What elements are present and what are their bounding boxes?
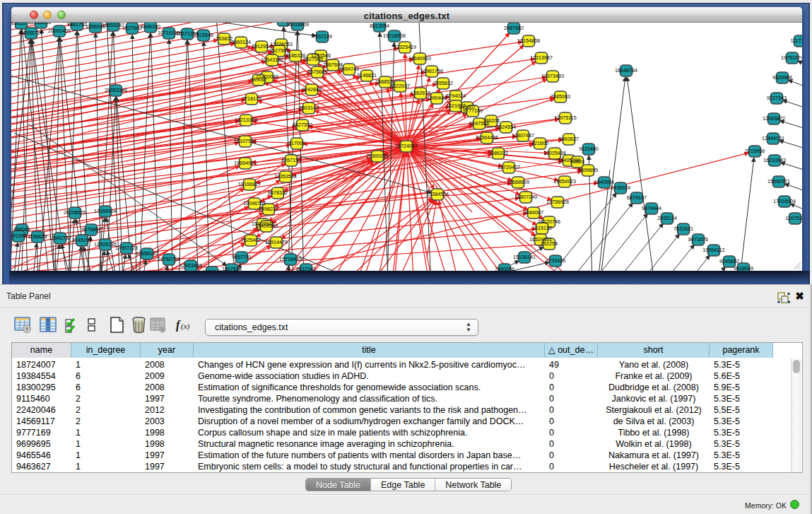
cell-year-row7[interactable]: 1998 [145, 438, 194, 450]
citation-edge[interactable] [258, 101, 406, 146]
cell-year-row3[interactable]: 1997 [145, 393, 194, 404]
cell-name-row2[interactable]: 18300295 [16, 382, 71, 393]
cell-year-row1[interactable]: 2009 [145, 370, 194, 382]
rows-icon[interactable] [87, 316, 96, 337]
citation-edge-black[interactable] [783, 100, 802, 114]
cell-out_de-row8[interactable]: 0 [549, 450, 598, 461]
cell-title-row3[interactable]: Tourette syndrome. Phenomenology and cla… [198, 393, 545, 404]
cell-in_degree-row8[interactable]: 1 [76, 450, 141, 461]
close-panel-icon[interactable]: ✖ [794, 291, 805, 302]
cell-short-row0[interactable]: Yano et al. (2008) [598, 359, 710, 370]
resize-grip-icon[interactable] [792, 260, 801, 270]
cell-out_de-row9[interactable]: 0 [549, 461, 598, 472]
citation-edge-black[interactable] [610, 223, 663, 271]
cell-title-row4[interactable]: Investigating the contribution of common… [198, 404, 545, 416]
cell-in_degree-row1[interactable]: 6 [76, 370, 141, 382]
cell-short-row6[interactable]: Tibbo et al. (1998) [598, 427, 710, 438]
column-header-name[interactable]: name [12, 343, 71, 358]
cell-name-row1[interactable]: 19384554 [16, 370, 71, 382]
table-chooser-combo[interactable]: citations_edges.txt ▲▼ [205, 319, 478, 336]
cell-in_degree-row9[interactable]: 1 [76, 461, 141, 472]
citation-edge[interactable] [427, 201, 436, 258]
cell-pagerank-row0[interactable]: 5.3E-5 [714, 359, 773, 370]
cell-name-row4[interactable]: 22420046 [16, 404, 71, 416]
cell-year-row5[interactable]: 2003 [145, 416, 194, 427]
cell-pagerank-row9[interactable]: 5.3E-5 [714, 461, 773, 472]
cell-name-row0[interactable]: 18724007 [16, 359, 71, 370]
cell-title-row1[interactable]: Genome-wide association studies in ADHD. [198, 370, 545, 382]
cell-pagerank-row1[interactable]: 5.6E-5 [714, 370, 773, 382]
cell-pagerank-row2[interactable]: 5.9E-5 [714, 382, 773, 393]
column-header-year[interactable]: year [141, 343, 194, 358]
cell-name-row5[interactable]: 14569117 [16, 416, 71, 427]
cell-year-row6[interactable]: 1998 [145, 427, 194, 438]
cell-out_de-row3[interactable]: 0 [549, 393, 598, 404]
cell-in_degree-row7[interactable]: 1 [76, 438, 141, 450]
cell-out_de-row5[interactable]: 0 [549, 416, 598, 427]
cell-name-row7[interactable]: 9699695 [16, 438, 71, 450]
cell-short-row5[interactable]: de Silva et al. (2003) [598, 416, 710, 427]
cell-pagerank-row7[interactable]: 5.3E-5 [714, 438, 773, 450]
cell-year-row8[interactable]: 1997 [145, 450, 194, 461]
citation-edge-black[interactable] [707, 267, 725, 271]
cell-title-row5[interactable]: Disruption of a novel member of a sodium… [198, 416, 545, 427]
tab-network-table[interactable]: Network Table [435, 479, 511, 491]
cell-out_de-row6[interactable]: 0 [549, 427, 598, 438]
citation-edge-black[interactable] [204, 42, 209, 271]
cell-year-row9[interactable]: 1997 [145, 461, 194, 472]
citation-edge-black[interactable] [658, 245, 694, 271]
network-canvas[interactable]: 1905374140557142268616200914068881752135… [11, 23, 802, 271]
cell-out_de-row1[interactable]: 0 [549, 370, 598, 382]
citation-edge-black[interactable] [785, 184, 802, 197]
citation-edge-black[interactable] [563, 203, 632, 271]
citation-edge-black[interactable] [600, 77, 625, 271]
cell-in_degree-row5[interactable]: 2 [76, 416, 141, 427]
citation-edge-black[interactable] [627, 77, 654, 271]
column-header-title[interactable]: title [194, 343, 545, 358]
cell-year-row2[interactable]: 2008 [145, 382, 194, 393]
cell-out_de-row2[interactable]: 0 [549, 382, 598, 393]
show-column-icon[interactable] [40, 316, 57, 337]
cell-short-row2[interactable]: Dudbridge et al. (2008) [598, 382, 710, 393]
cell-name-row8[interactable]: 9465546 [16, 450, 71, 461]
cell-short-row7[interactable]: Wolkin et al. (1998) [598, 438, 710, 450]
cell-pagerank-row4[interactable]: 5.5E-5 [714, 404, 773, 416]
cell-short-row8[interactable]: Nakamura et al. (1997) [598, 450, 710, 461]
cell-in_degree-row6[interactable]: 1 [76, 427, 141, 438]
function-builder-icon[interactable]: f(x) [175, 316, 194, 337]
citation-edge-black[interactable] [789, 80, 802, 93]
cell-pagerank-row3[interactable]: 5.3E-5 [714, 393, 773, 404]
citation-edge-black[interactable] [780, 121, 802, 134]
cell-title-row9[interactable]: Embryonic stem cells: a model to study s… [198, 461, 545, 472]
citation-edge-black[interactable] [739, 158, 754, 271]
select-all-icon[interactable] [64, 316, 81, 337]
node-table[interactable]: namein_degreeyeartitle△ out_de…shortpage… [11, 342, 803, 473]
import-table-icon[interactable] [149, 316, 167, 337]
citation-network-graph[interactable]: 1905374140557142268616200914068881752135… [11, 23, 802, 271]
scrollbar-thumb[interactable] [793, 360, 800, 373]
cell-title-row8[interactable]: Estimation of the future numbers of pati… [198, 450, 545, 461]
citation-edge-black[interactable] [798, 61, 802, 74]
cell-out_de-row0[interactable]: 49 [549, 359, 598, 370]
cell-in_degree-row0[interactable]: 1 [76, 359, 141, 370]
column-header-in_degree[interactable]: in_degree [71, 343, 141, 358]
cell-title-row6[interactable]: Corpus callosum shape and size in male p… [198, 427, 545, 438]
cell-name-row9[interactable]: 9463627 [16, 461, 71, 472]
cell-out_de-row4[interactable]: 0 [549, 404, 598, 416]
citation-edge-black[interactable] [635, 234, 679, 271]
citation-edge-black[interactable] [682, 255, 710, 271]
column-header-short[interactable]: short [598, 343, 710, 358]
float-panel-icon[interactable] [777, 292, 790, 303]
cell-out_de-row7[interactable]: 0 [549, 438, 598, 450]
table-mode-icon[interactable] [14, 316, 32, 337]
cell-short-row3[interactable]: Jankovic et al. (1997) [598, 393, 710, 404]
cell-short-row1[interactable]: Franke et al. (2009) [598, 370, 710, 382]
cell-title-row7[interactable]: Structural magnetic resonance image aver… [198, 438, 545, 450]
cell-pagerank-row8[interactable]: 5.3E-5 [714, 450, 773, 461]
cell-in_degree-row2[interactable]: 6 [76, 382, 141, 393]
cell-pagerank-row5[interactable]: 5.3E-5 [714, 416, 773, 427]
cell-short-row4[interactable]: Stergiakouli et al. (2012) [598, 404, 710, 416]
cell-title-row2[interactable]: Estimation of significance thresholds fo… [198, 382, 545, 393]
citation-edge[interactable] [411, 151, 472, 212]
cell-title-row0[interactable]: Changes of HCN gene expression and I(f) … [198, 359, 545, 370]
